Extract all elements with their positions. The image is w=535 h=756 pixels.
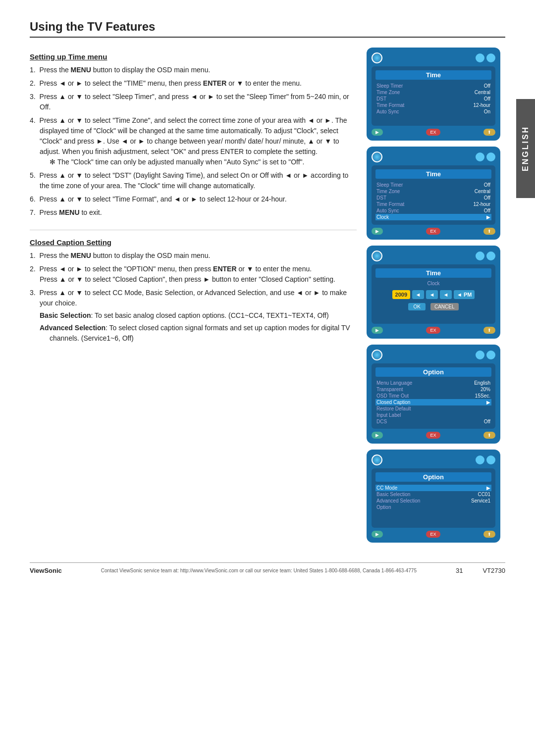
tv-ok-cancel: OK CANCEL <box>375 303 491 310</box>
section2-list: 1. Press the MENU button to display the … <box>30 251 357 344</box>
tv-btn-green: ▶ <box>372 129 383 136</box>
section-divider <box>30 230 357 230</box>
tv-small-icon <box>476 53 484 62</box>
tv-top-bar-3 <box>372 251 495 261</box>
list-item: 2. Press ◄ or ► to select the "TIME" men… <box>30 78 357 89</box>
tv-menu-title-4: Option <box>375 367 491 377</box>
tv-screen-1: Time Sleep TimerOff Time ZoneCentral DST… <box>367 48 500 141</box>
list-item: 3. Press ▲ or ▼ to select CC Mode, Basic… <box>30 288 357 344</box>
tv-bottom-bar-4: ▶ EX ⬆ <box>372 432 495 439</box>
tv-menu-row: Input Label <box>375 412 491 418</box>
tv-btn-red: EX <box>426 327 440 334</box>
tv-top-bar-4 <box>372 350 495 360</box>
tv-btn-yellow: ⬆ <box>483 531 495 538</box>
tv-menu-row: Time ZoneCentral <box>375 89 491 96</box>
tv-top-icons-2 <box>476 152 495 161</box>
tv-top-bar-2 <box>372 151 495 162</box>
tv-cancel-btn[interactable]: CANCEL <box>430 303 459 310</box>
tv-bottom-bar-2: ▶ EX ⬆ <box>372 228 495 235</box>
tv-btn-red: EX <box>426 129 440 136</box>
tv-menu-row: Auto SyncOn <box>375 108 491 115</box>
tv-btn-yellow: ⬆ <box>483 327 495 334</box>
tv-small-icon <box>486 351 495 359</box>
page-container: ENGLISH Using the TV Features Setting up… <box>0 0 535 756</box>
tv-menu-row: Advanced SelectionService1 <box>375 498 491 504</box>
tv-clock-block-active: 2009 <box>392 290 410 299</box>
footer-brand: ViewSonic <box>30 567 62 574</box>
page-title: Using the TV Features <box>30 20 505 38</box>
tv-top-bar-1 <box>372 52 495 63</box>
tv-btn-red: EX <box>426 432 440 439</box>
tv-icon-1 <box>372 52 382 63</box>
list-item: 1. Press the MENU button to display the … <box>30 251 357 261</box>
list-item: 7. Press MENU to exit. <box>30 207 357 218</box>
tv-top-icons-4 <box>476 351 495 359</box>
left-column: Setting up Time menu 1. Press the MENU b… <box>30 48 357 543</box>
tv-btn-yellow: ⬆ <box>483 228 495 235</box>
tv-menu-row: Time ZoneCentral <box>375 188 491 195</box>
tv-menu-row: Auto SyncOff <box>375 207 491 214</box>
tv-icon-3 <box>372 251 382 261</box>
tv-screen-inner-2: Time Sleep TimerOff Time ZoneCentral DST… <box>372 165 495 225</box>
section-closed-caption: Closed Caption Setting 1. Press the MENU… <box>30 238 357 344</box>
right-column: Time Sleep TimerOff Time ZoneCentral DST… <box>367 48 505 543</box>
tv-screen-5: Option CC Mode▶ Basic SelectionCC01 Adva… <box>367 450 500 543</box>
tv-small-icon <box>476 152 484 161</box>
tv-icon-4 <box>372 350 382 360</box>
tv-top-icons-5 <box>476 455 495 464</box>
list-item: 6. Press ▲ or ▼ to select "Time Format",… <box>30 194 357 204</box>
tv-menu-row: Time Format12-hour <box>375 201 491 207</box>
list-item: 3. Press ▲ or ▼ to select "Sleep Timer",… <box>30 92 357 112</box>
footer-page-number: 31 <box>456 567 463 574</box>
tv-menu-title-3: Time <box>375 268 491 278</box>
tv-small-icon <box>476 252 484 260</box>
tv-screen-3: Time Clock 2009 ◄ ◄ ◄ ◄ PM OK CANCEL <box>367 246 500 339</box>
footer-right: 31 VT2730 <box>456 567 505 574</box>
tv-btn-green: ▶ <box>372 327 383 334</box>
tv-small-icon <box>486 53 495 62</box>
tv-clock-block: ◄ <box>440 290 452 299</box>
tv-menu-row: DCSOff <box>375 418 491 425</box>
tv-menu-row: Menu LanguageEnglish <box>375 380 491 386</box>
tv-menu-title-5: Option <box>375 472 491 482</box>
tv-screen-inner-1: Time Sleep TimerOff Time ZoneCentral DST… <box>372 66 495 126</box>
tv-btn-yellow: ⬆ <box>483 432 495 439</box>
tv-screen-inner-3: Time Clock 2009 ◄ ◄ ◄ ◄ PM OK CANCEL <box>372 264 495 324</box>
tv-menu-row-highlighted: CC Mode▶ <box>375 485 491 491</box>
tv-clock-block: ◄ <box>412 290 424 299</box>
section2-heading: Closed Caption Setting <box>30 238 357 247</box>
tv-menu-row: Sleep TimerOff <box>375 83 491 89</box>
def-advanced: Advanced Selection: To select closed cap… <box>50 323 357 344</box>
tv-clock-block: ◄ PM <box>454 290 475 299</box>
section-time-menu: Setting up Time menu 1. Press the MENU b… <box>30 52 357 218</box>
tv-menu-row: DSTOff <box>375 195 491 201</box>
list-item: 5. Press ▲ or ▼ to select "DST" (Dayligh… <box>30 170 357 191</box>
tv-top-bar-5 <box>372 454 495 465</box>
list-item: 4. Press ▲ or ▼ to select "Time Zone", a… <box>30 115 357 167</box>
tv-clock-block: ◄ <box>426 290 438 299</box>
tv-bottom-bar-3: ▶ EX ⬆ <box>372 327 495 334</box>
tv-menu-row: Transparent20% <box>375 386 491 393</box>
main-content: Setting up Time menu 1. Press the MENU b… <box>30 48 505 543</box>
tv-btn-red: EX <box>426 228 440 235</box>
tv-menu-row-highlighted: Closed Caption▶ <box>375 399 491 405</box>
tv-icon-2 <box>372 151 382 162</box>
tv-ok-btn[interactable]: OK <box>408 303 425 310</box>
tv-menu-row: Restore Default <box>375 405 491 412</box>
tv-small-icon <box>486 455 495 464</box>
tv-menu-title-1: Time <box>375 70 491 80</box>
sidebar-english-label: ENGLISH <box>516 99 535 198</box>
tv-clock-subtitle: Clock <box>375 281 491 286</box>
tv-clock-row: 2009 ◄ ◄ ◄ ◄ PM <box>375 290 491 299</box>
tv-small-icon <box>476 351 484 359</box>
tv-menu-row-highlighted: Clock▶ <box>375 214 491 220</box>
tv-btn-yellow: ⬆ <box>483 129 495 136</box>
def-basic: Basic Selection: To set basic analog clo… <box>50 310 357 321</box>
tv-btn-red: EX <box>426 531 440 538</box>
tv-small-icon <box>476 455 484 464</box>
list-item: 1. Press the MENU button to display the … <box>30 65 357 75</box>
footer-model: VT2730 <box>482 567 505 574</box>
tv-menu-row: Sleep TimerOff <box>375 182 491 188</box>
section1-heading: Setting up Time menu <box>30 52 357 61</box>
list-item: 2. Press ◄ or ► to select the "OPTION" m… <box>30 264 357 285</box>
